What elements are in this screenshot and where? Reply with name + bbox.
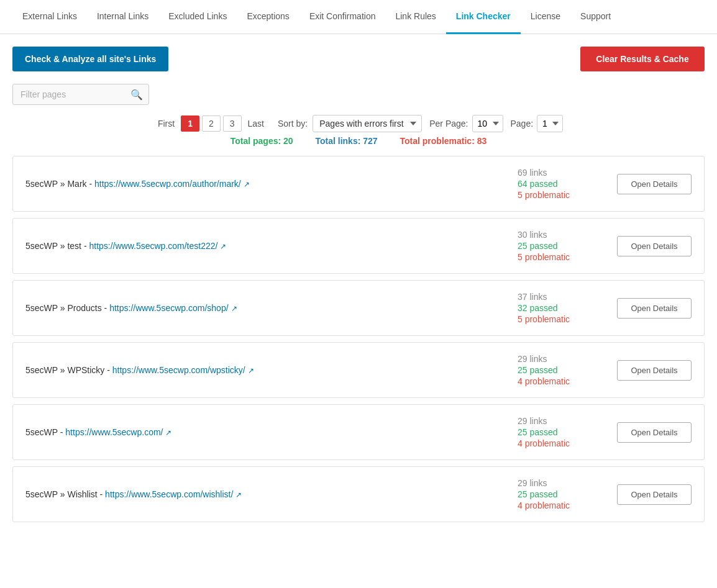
stat-problematic-4: 4 problematic: [518, 438, 570, 448]
result-info: 5secWP - https://www.5secwp.com/↗: [25, 427, 518, 437]
stat-problematic-3: 4 problematic: [518, 376, 570, 386]
tab-excluded-links[interactable]: Excluded Links: [158, 0, 237, 34]
filter-input-wrapper: 🔍: [12, 84, 149, 105]
tab-exit-confirmation[interactable]: Exit Confirmation: [299, 0, 386, 34]
stat-passed-5: 25 passed: [518, 489, 558, 499]
result-info: 5secWP » test - https://www.5secwp.com/t…: [25, 241, 518, 251]
external-link-icon-1[interactable]: ↗: [220, 242, 226, 251]
result-link-2[interactable]: https://www.5secwp.com/shop/: [109, 303, 228, 313]
result-title-5: 5secWP » Wishlist - https://www.5secwp.c…: [25, 489, 242, 499]
sort-label: Sort by:: [278, 119, 308, 129]
tab-license[interactable]: License: [521, 0, 570, 34]
result-link-5[interactable]: https://www.5secwp.com/wishlist/: [105, 489, 233, 499]
total-pages-stat: Total pages: 20: [231, 136, 296, 146]
result-info: 5secWP » Products - https://www.5secwp.c…: [25, 303, 518, 313]
tab-internal-links[interactable]: Internal Links: [87, 0, 158, 34]
result-link-4[interactable]: https://www.5secwp.com/: [65, 427, 163, 437]
table-row: 5secWP » Products - https://www.5secwp.c…: [12, 280, 705, 336]
stat-links-4: 29 links: [518, 416, 547, 426]
page-wrapper: External Links Internal Links Excluded L…: [0, 0, 717, 588]
stat-passed-2: 32 passed: [518, 303, 558, 313]
total-problematic-stat: Total problematic: 83: [400, 136, 487, 146]
stat-links-1: 30 links: [518, 230, 547, 240]
stat-links-5: 29 links: [518, 478, 547, 488]
table-row: 5secWP » test - https://www.5secwp.com/t…: [12, 218, 705, 274]
clear-button[interactable]: Clear Results & Cache: [580, 47, 705, 71]
stat-problematic-0: 5 problematic: [518, 190, 570, 200]
external-link-icon-2[interactable]: ↗: [231, 304, 237, 313]
result-stats-0: 69 links 64 passed 5 problematic: [518, 168, 592, 200]
result-info: 5secWP » Mark - https://www.5secwp.com/a…: [25, 179, 518, 189]
results-list: 5secWP » Mark - https://www.5secwp.com/a…: [12, 156, 705, 522]
result-stats-1: 30 links 25 passed 5 problematic: [518, 230, 592, 262]
result-info: 5secWP » Wishlist - https://www.5secwp.c…: [25, 489, 518, 499]
result-title-3: 5secWP » WPSticky - https://www.5secwp.c…: [25, 365, 254, 375]
stat-passed-1: 25 passed: [518, 241, 558, 251]
tab-link-rules[interactable]: Link Rules: [385, 0, 445, 34]
table-row: 5secWP » WPSticky - https://www.5secwp.c…: [12, 342, 705, 398]
tab-support[interactable]: Support: [570, 0, 621, 34]
result-stats-3: 29 links 25 passed 4 problematic: [518, 354, 592, 386]
tab-exceptions[interactable]: Exceptions: [237, 0, 299, 34]
filter-row: 🔍: [12, 84, 705, 105]
search-icon: 🔍: [130, 89, 143, 101]
sort-select[interactable]: Pages with errors first Pages alphabetic…: [313, 115, 422, 132]
stat-passed-3: 25 passed: [518, 365, 558, 375]
result-link-1[interactable]: https://www.5secwp.com/test222/: [89, 241, 217, 251]
stat-problematic-2: 5 problematic: [518, 314, 570, 324]
stats-row: Total pages: 20 Total links: 727 Total p…: [12, 136, 705, 146]
open-details-button-4[interactable]: Open Details: [617, 422, 692, 443]
result-link-3[interactable]: https://www.5secwp.com/wpsticky/: [112, 365, 245, 375]
page-3-button[interactable]: 3: [223, 115, 242, 132]
table-row: 5secWP » Wishlist - https://www.5secwp.c…: [12, 466, 705, 522]
stat-problematic-5: 4 problematic: [518, 500, 570, 510]
per-page-select[interactable]: 10 20 50: [472, 115, 503, 132]
result-info: 5secWP » WPSticky - https://www.5secwp.c…: [25, 365, 518, 375]
open-details-button-2[interactable]: Open Details: [617, 298, 692, 319]
nav-tabs: External Links Internal Links Excluded L…: [0, 0, 717, 34]
result-title-4: 5secWP - https://www.5secwp.com/↗: [25, 427, 171, 437]
table-row: 5secWP » Mark - https://www.5secwp.com/a…: [12, 156, 705, 212]
tab-external-links[interactable]: External Links: [12, 0, 87, 34]
tab-link-checker[interactable]: Link Checker: [446, 0, 521, 34]
stat-links-2: 37 links: [518, 292, 547, 302]
last-page-button[interactable]: Last: [244, 116, 268, 131]
per-page-controls: Per Page: 10 20 50: [429, 115, 503, 132]
stat-links-3: 29 links: [518, 354, 547, 364]
sort-controls: Sort by: Pages with errors first Pages a…: [278, 115, 422, 132]
result-link-0[interactable]: https://www.5secwp.com/author/mark/: [94, 179, 241, 189]
stat-problematic-1: 5 problematic: [518, 252, 570, 262]
page-1-button[interactable]: 1: [181, 115, 199, 132]
stat-links-0: 69 links: [518, 168, 547, 178]
result-title-0: 5secWP » Mark - https://www.5secwp.com/a…: [25, 179, 250, 189]
stat-passed-0: 64 passed: [518, 179, 558, 189]
result-stats-5: 29 links 25 passed 4 problematic: [518, 478, 592, 510]
result-stats-4: 29 links 25 passed 4 problematic: [518, 416, 592, 448]
action-bar: Check & Analyze all site's Links Clear R…: [12, 47, 705, 71]
analyze-button[interactable]: Check & Analyze all site's Links: [12, 47, 168, 71]
table-row: 5secWP - https://www.5secwp.com/↗ 29 lin…: [12, 404, 705, 460]
per-page-label: Per Page:: [429, 119, 468, 129]
pagination: First 1 2 3 Last: [154, 115, 268, 132]
result-title-2: 5secWP » Products - https://www.5secwp.c…: [25, 303, 237, 313]
controls-row: First 1 2 3 Last Sort by: Pages with err…: [12, 115, 705, 132]
first-page-button[interactable]: First: [154, 116, 178, 131]
external-link-icon-0[interactable]: ↗: [244, 180, 250, 189]
page-2-button[interactable]: 2: [202, 115, 221, 132]
main-content: Check & Analyze all site's Links Clear R…: [0, 34, 717, 541]
filter-input[interactable]: [12, 84, 149, 105]
open-details-button-3[interactable]: Open Details: [617, 360, 692, 381]
open-details-button-0[interactable]: Open Details: [617, 174, 692, 194]
external-link-icon-3[interactable]: ↗: [248, 366, 254, 375]
open-details-button-5[interactable]: Open Details: [617, 484, 692, 505]
page-select[interactable]: 1 2 3: [537, 115, 563, 132]
external-link-icon-4[interactable]: ↗: [165, 428, 171, 437]
stat-passed-4: 25 passed: [518, 427, 558, 437]
result-title-1: 5secWP » test - https://www.5secwp.com/t…: [25, 241, 226, 251]
page-label: Page:: [511, 119, 534, 129]
external-link-icon-5[interactable]: ↗: [235, 491, 242, 499]
page-controls: Page: 1 2 3: [511, 115, 564, 132]
total-links-stat: Total links: 727: [316, 136, 380, 146]
result-stats-2: 37 links 32 passed 5 problematic: [518, 292, 592, 324]
open-details-button-1[interactable]: Open Details: [617, 236, 692, 256]
